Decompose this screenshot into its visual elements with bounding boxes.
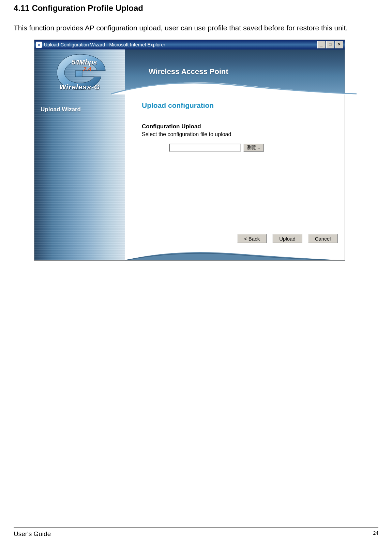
form-description: Select the configuration file to upload <box>142 131 334 138</box>
footer-guide-label: User's Guide <box>14 530 51 538</box>
section-heading: 4.11 Configuration Profile Upload <box>14 3 378 13</box>
logo-speed-text: 54Mbps <box>72 58 97 66</box>
form-heading: Configuration Upload <box>142 123 334 130</box>
page-footer: User's Guide 24 <box>14 528 378 538</box>
banner: Wireless Access Point <box>125 49 345 94</box>
logo-freq-text: 2.4 <box>83 66 92 73</box>
screenshot-figure: e Upload Configuration Wizard - Microsof… <box>34 40 378 261</box>
sidebar: 54Mbps 2.4 Wireless-G Upload Wizard <box>34 49 125 260</box>
banner-title: Wireless Access Point <box>149 67 228 76</box>
minimize-button[interactable]: _ <box>317 41 326 48</box>
content-area: Upload configuration Configuration Uploa… <box>125 94 345 260</box>
file-path-input[interactable] <box>169 144 241 152</box>
browser-window: e Upload Configuration Wizard - Microsof… <box>34 40 345 261</box>
maximize-button[interactable]: □ <box>326 41 334 48</box>
back-button[interactable]: < Back <box>237 234 267 243</box>
cancel-button[interactable]: Cancel <box>308 234 338 243</box>
content-title: Upload configuration <box>142 101 334 110</box>
footer-page-number: 24 <box>373 530 378 538</box>
ie-icon: e <box>36 42 42 48</box>
logo-brand-text: Wireless-G <box>51 83 109 91</box>
section-description: This function provides AP configuration … <box>14 23 378 33</box>
window-title: Upload Configuration Wizard - Microsoft … <box>44 42 317 47</box>
close-button[interactable]: × <box>335 41 343 48</box>
browse-button[interactable]: 瀏覽... <box>243 144 264 152</box>
product-logo: 54Mbps 2.4 Wireless-G <box>34 49 125 96</box>
sidebar-item-upload-wizard[interactable]: Upload Wizard <box>41 106 125 113</box>
upload-button[interactable]: Upload <box>272 234 302 243</box>
window-titlebar[interactable]: e Upload Configuration Wizard - Microsof… <box>34 40 345 49</box>
